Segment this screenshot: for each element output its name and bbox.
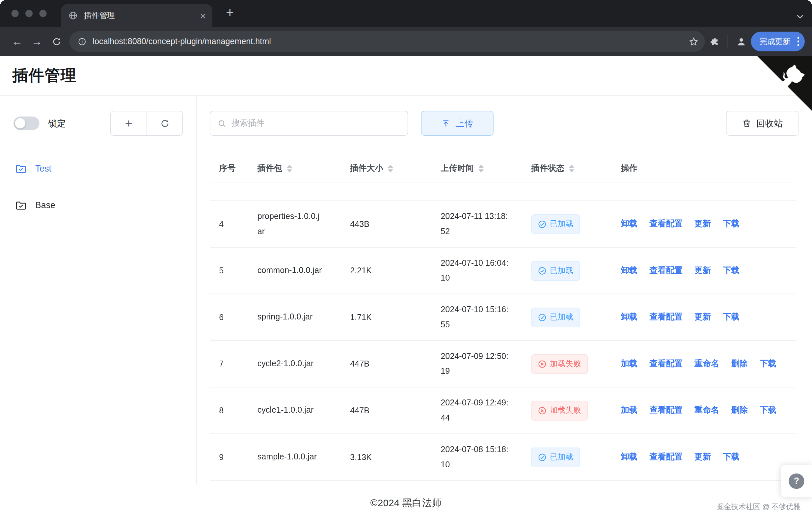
github-octocat-icon: [757, 56, 812, 111]
update-button[interactable]: 完成更新: [751, 31, 805, 51]
url-text: localhost:8080/concept-plugin/management…: [93, 37, 682, 46]
address-bar[interactable]: localhost:8080/concept-plugin/management…: [69, 31, 705, 52]
sidebar-tree-item-test[interactable]: Test: [0, 156, 196, 181]
plus-icon: +: [125, 117, 132, 130]
bookmark-star-button[interactable]: [689, 37, 698, 46]
close-circle-icon: [538, 360, 546, 368]
row-action-link[interactable]: 加载: [621, 358, 637, 369]
tab-overflow-button[interactable]: [796, 12, 804, 21]
row-action-link[interactable]: 更新: [694, 219, 711, 229]
row-action-link[interactable]: 更新: [694, 452, 711, 462]
check-circle-icon: [538, 313, 546, 321]
status-badge-label: 加载失败: [550, 405, 581, 415]
row-action-link[interactable]: 查看配置: [649, 219, 682, 229]
check-circle-icon: [538, 453, 546, 461]
row-action-link[interactable]: 下载: [760, 405, 776, 416]
cell-upload-time: 2024-07-09 12:50:19: [441, 349, 531, 379]
cell-plugin-name: cycle2-1.0.0.jar: [257, 356, 350, 371]
row-action-link[interactable]: 重命名: [694, 405, 719, 416]
site-info-icon[interactable]: [78, 37, 87, 46]
upload-button[interactable]: 上传: [421, 111, 493, 136]
cell-plugin-size: 2.21K: [350, 266, 441, 275]
window-controls: [11, 10, 47, 17]
tree-item-label: Base: [35, 201, 55, 211]
column-header[interactable]: 插件大小: [350, 163, 441, 174]
column-header[interactable]: 插件状态: [531, 163, 621, 174]
github-corner-link[interactable]: [757, 56, 812, 111]
window-minimize-button[interactable]: [25, 10, 32, 17]
sidebar-tree-item-base[interactable]: Base: [0, 193, 196, 218]
table-row-partial: [210, 182, 796, 201]
help-widget: ?: [781, 465, 812, 497]
search-input[interactable]: [231, 118, 400, 128]
row-action-link[interactable]: 更新: [694, 265, 711, 276]
row-action-link[interactable]: 查看配置: [649, 405, 682, 416]
cell-status: 已加载: [531, 307, 621, 327]
sort-caret-icon[interactable]: [479, 165, 484, 173]
add-group-button[interactable]: +: [111, 111, 147, 135]
status-badge-label: 已加载: [550, 219, 573, 229]
column-header[interactable]: 上传时间: [441, 163, 531, 174]
cell-plugin-size: 447B: [350, 406, 441, 415]
cell-upload-time: 2024-07-10 15:16:55: [441, 302, 531, 332]
row-action-link[interactable]: 下载: [723, 219, 739, 229]
cell-plugin-size: 447B: [350, 359, 441, 368]
cell-status: 加载失败: [531, 354, 621, 374]
row-action-link[interactable]: 下载: [723, 312, 739, 323]
cell-plugin-name: properties-1.0.0.jar: [257, 209, 350, 239]
column-header[interactable]: 插件包: [257, 163, 350, 174]
row-action-link[interactable]: 删除: [731, 358, 748, 369]
close-circle-icon: [538, 406, 546, 415]
page-content: 插件管理 锁定 +: [0, 56, 812, 521]
row-action-link[interactable]: 卸载: [621, 312, 637, 323]
row-action-link[interactable]: 卸载: [621, 452, 637, 462]
back-button[interactable]: ←: [7, 31, 27, 51]
help-button[interactable]: ?: [789, 473, 804, 489]
window-maximize-button[interactable]: [40, 10, 47, 17]
trash-icon: [742, 118, 751, 128]
row-action-link[interactable]: 下载: [723, 265, 739, 276]
sort-caret-icon[interactable]: [388, 165, 393, 173]
chevron-down-icon: [796, 15, 804, 19]
status-badge: 加载失败: [531, 401, 588, 420]
row-action-link[interactable]: 重命名: [694, 358, 719, 369]
cell-plugin-name: sample-1.0.0.jar: [257, 450, 350, 465]
row-action-link[interactable]: 查看配置: [649, 358, 682, 369]
cell-actions: 加载查看配置重命名删除下载: [621, 405, 796, 416]
recycle-bin-button[interactable]: 回收站: [726, 111, 798, 136]
row-action-link[interactable]: 卸载: [621, 219, 637, 229]
extensions-button[interactable]: [710, 37, 719, 46]
sort-caret-icon[interactable]: [569, 165, 574, 173]
row-action-link[interactable]: 删除: [731, 405, 748, 416]
row-action-link[interactable]: 查看配置: [649, 265, 682, 276]
row-action-link[interactable]: 下载: [723, 452, 739, 462]
cell-index: 5: [210, 266, 257, 275]
column-header-label: 上传时间: [441, 163, 474, 174]
browser-tab[interactable]: 插件管理 ×: [61, 4, 212, 27]
refresh-button[interactable]: [146, 111, 182, 135]
table-row: 8cycle1-1.0.0.jar447B2024-07-09 12:49:44…: [210, 387, 796, 434]
cell-status: 已加载: [531, 214, 621, 234]
window-close-button[interactable]: [11, 10, 19, 17]
forward-button[interactable]: →: [27, 31, 47, 51]
row-action-link[interactable]: 更新: [694, 312, 711, 323]
menu-kebab-icon[interactable]: [797, 37, 799, 46]
cell-index: 8: [210, 406, 257, 415]
column-header: 操作: [621, 163, 796, 174]
row-action-link[interactable]: 下载: [760, 358, 776, 369]
sort-caret-icon[interactable]: [287, 165, 292, 173]
cell-plugin-size: 3.13K: [350, 453, 441, 462]
new-tab-button[interactable]: +: [223, 5, 237, 20]
row-action-link[interactable]: 查看配置: [649, 452, 682, 462]
reload-button[interactable]: [47, 31, 67, 51]
lock-toggle[interactable]: [14, 117, 40, 130]
status-badge: 已加载: [531, 261, 580, 280]
profile-button[interactable]: [736, 36, 746, 47]
status-badge: 已加载: [531, 307, 580, 327]
row-action-link[interactable]: 查看配置: [649, 312, 682, 323]
folder-icon: [16, 164, 26, 174]
row-action-link[interactable]: 卸载: [621, 265, 637, 276]
tab-close-icon[interactable]: ×: [200, 10, 206, 21]
table-row: 5common-1.0.0.jar2.21K2024-07-10 16:04:1…: [210, 248, 796, 294]
row-action-link[interactable]: 加载: [621, 405, 637, 416]
